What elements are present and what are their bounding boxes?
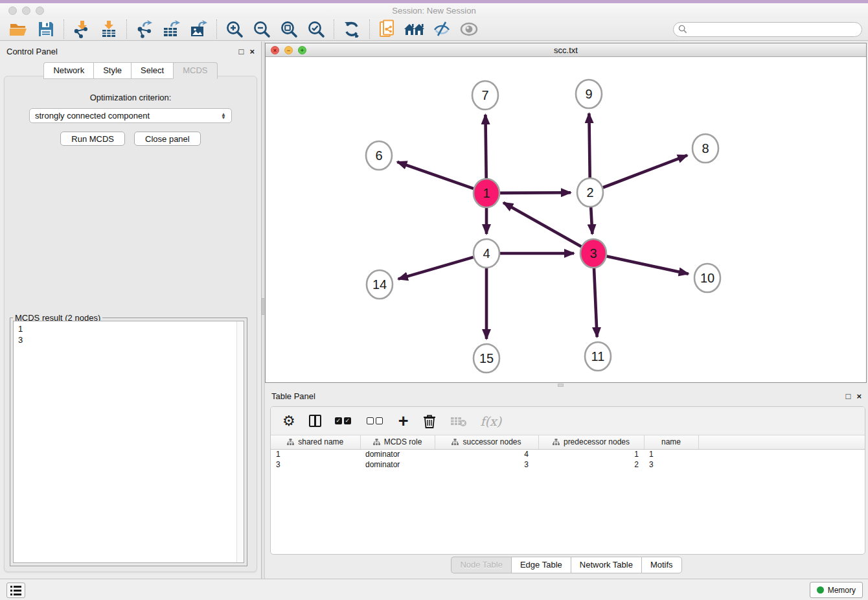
node-2[interactable]: 2: [577, 178, 603, 207]
node-1[interactable]: 1: [474, 179, 499, 207]
edge-2-8[interactable]: [603, 156, 687, 188]
zoom-selected-button[interactable]: [303, 19, 330, 40]
cell-predecessor-nodes[interactable]: 1: [538, 449, 644, 459]
svg-text:3: 3: [589, 246, 597, 260]
tab-motifs[interactable]: Motifs: [641, 557, 682, 573]
edge-2-3[interactable]: [591, 206, 592, 234]
node-10[interactable]: 10: [694, 264, 720, 292]
cell-name[interactable]: 3: [644, 459, 698, 470]
close-panel-icon[interactable]: ×: [249, 47, 255, 56]
table-settings-icon[interactable]: ⚙: [282, 414, 295, 428]
run-mcds-button[interactable]: Run MCDS: [60, 132, 125, 146]
cell-name[interactable]: 1: [644, 449, 698, 459]
import-network-icon: [73, 20, 91, 38]
edge-3-11[interactable]: [594, 267, 597, 337]
homes-icon: [404, 21, 426, 37]
tab-mcds[interactable]: MCDS: [173, 62, 217, 79]
node-3[interactable]: 3: [580, 239, 606, 268]
mcds-result-group: MCDS result (2 nodes) 1 3: [10, 317, 247, 566]
column-header-predecessor-nodes[interactable]: predecessor nodes: [538, 435, 644, 449]
cell-MCDS-role[interactable]: dominator: [360, 459, 435, 470]
first-neighbors-button[interactable]: [401, 19, 428, 40]
node-11[interactable]: 11: [585, 342, 611, 371]
export-network-button[interactable]: [131, 19, 158, 40]
application-window: Session: New Session: [0, 0, 868, 600]
table-tabs: Node TableEdge TableNetwork TableMotifs: [265, 557, 868, 573]
criterion-value: strongly connected component: [35, 111, 150, 121]
node-8[interactable]: 8: [692, 134, 718, 163]
criterion-dropdown[interactable]: strongly connected component ▲▼: [29, 108, 232, 123]
export-table-button[interactable]: [158, 19, 185, 40]
column-header-name[interactable]: name: [644, 435, 698, 449]
zoom-out-button[interactable]: [248, 19, 275, 40]
tab-select[interactable]: Select: [131, 62, 173, 79]
cell-shared-name[interactable]: 3: [271, 459, 360, 470]
deselect-all-icon[interactable]: [367, 417, 385, 424]
search-field[interactable]: [673, 22, 862, 37]
import-table-button[interactable]: [95, 19, 122, 40]
cell-successor-nodes[interactable]: 3: [435, 459, 538, 470]
edge-1-2[interactable]: [500, 192, 571, 193]
zoom-in-button[interactable]: [221, 19, 248, 40]
close-panel-button[interactable]: Close panel: [134, 132, 201, 146]
node-14[interactable]: 14: [367, 270, 393, 299]
checked-box-icon: ✓: [344, 417, 351, 424]
edge-1-6[interactable]: [397, 162, 474, 189]
node-6[interactable]: 6: [366, 141, 392, 170]
select-all-icon[interactable]: ✓ ✓: [335, 417, 353, 424]
cell-filler: [698, 449, 865, 459]
import-network-button[interactable]: [68, 19, 95, 40]
splitter-grip[interactable]: [262, 298, 264, 315]
tab-edge-table[interactable]: Edge Table: [511, 557, 571, 573]
network-canvas[interactable]: 7968124314101511: [266, 57, 866, 382]
edge-3-1[interactable]: [503, 203, 582, 247]
edge-2-9[interactable]: [589, 113, 589, 179]
search-input[interactable]: [687, 23, 862, 35]
column-header-successor-nodes[interactable]: successor nodes: [435, 435, 538, 449]
hide-selected-button[interactable]: [428, 19, 455, 40]
apply-layout-button[interactable]: [338, 19, 365, 40]
cell-shared-name[interactable]: 1: [271, 449, 360, 459]
table-row[interactable]: 3dominator323: [271, 459, 865, 470]
open-session-button[interactable]: [5, 19, 32, 40]
export-image-button[interactable]: [185, 19, 212, 40]
table-panel: Table Panel □ × ⚙ ✓ ✓: [265, 387, 868, 579]
show-columns-icon[interactable]: [309, 415, 321, 427]
edge-1-7[interactable]: [485, 115, 486, 179]
node-4[interactable]: 4: [474, 239, 499, 268]
tab-network-table[interactable]: Network Table: [571, 557, 641, 573]
svg-text:1: 1: [483, 186, 490, 200]
edge-4-14[interactable]: [398, 257, 474, 279]
cell-MCDS-role[interactable]: dominator: [360, 449, 435, 459]
float-panel-icon[interactable]: □: [846, 392, 851, 400]
column-header-shared-name[interactable]: shared name: [271, 435, 360, 449]
new-network-button[interactable]: [374, 19, 401, 40]
eye-icon: [459, 21, 479, 37]
cell-predecessor-nodes[interactable]: 2: [538, 459, 644, 470]
task-history-button[interactable]: [6, 583, 25, 598]
mcds-result-textarea[interactable]: 1 3: [13, 321, 244, 563]
memory-button[interactable]: Memory: [810, 582, 863, 598]
edge-3-10[interactable]: [607, 256, 689, 273]
hierarchy-icon: [373, 439, 380, 446]
tab-network[interactable]: Network: [43, 62, 93, 79]
node-15[interactable]: 15: [474, 344, 499, 373]
show-all-button[interactable]: [455, 19, 483, 40]
delete-column-icon[interactable]: [422, 413, 437, 429]
node-7[interactable]: 7: [472, 81, 498, 110]
add-column-icon[interactable]: +: [398, 413, 409, 429]
cell-successor-nodes[interactable]: 4: [435, 449, 538, 459]
close-panel-icon[interactable]: ×: [856, 392, 862, 400]
zoom-fit-button[interactable]: [275, 19, 303, 40]
network-graph[interactable]: 7968124314101511: [266, 57, 866, 382]
table-row[interactable]: 1dominator411: [271, 449, 865, 459]
tab-node-table[interactable]: Node Table: [451, 557, 511, 573]
tab-style[interactable]: Style: [93, 62, 131, 79]
float-panel-icon[interactable]: □: [239, 47, 244, 56]
node-9[interactable]: 9: [576, 80, 602, 108]
trash-icon: [422, 413, 437, 429]
main-toolbar: [0, 18, 868, 41]
column-header-MCDS-role[interactable]: MCDS role: [360, 435, 435, 449]
result-scrollbar[interactable]: [236, 321, 244, 562]
save-session-button[interactable]: [32, 19, 60, 40]
